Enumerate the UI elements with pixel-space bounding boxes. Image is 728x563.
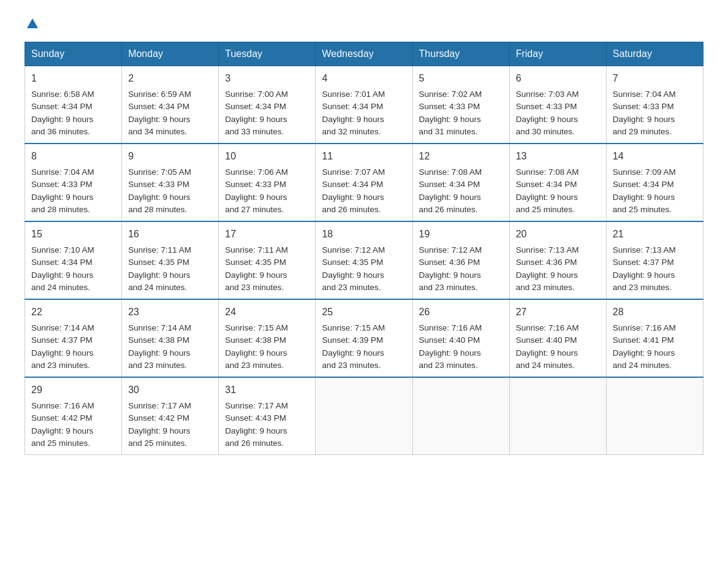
- sunrise-text: Sunrise: 7:15 AM: [225, 323, 288, 332]
- calendar-day-cell: 8 Sunrise: 7:04 AM Sunset: 4:33 PM Dayli…: [25, 144, 122, 221]
- sunset-text: Sunset: 4:34 PM: [322, 102, 383, 111]
- calendar-day-cell: 12 Sunrise: 7:08 AM Sunset: 4:34 PM Dayl…: [412, 144, 509, 221]
- daylight-minutes-text: and 23 minutes.: [322, 283, 381, 292]
- day-number: 2: [128, 71, 212, 86]
- calendar-day-cell: 15 Sunrise: 7:10 AM Sunset: 4:34 PM Dayl…: [25, 221, 122, 299]
- sunset-text: Sunset: 4:36 PM: [516, 258, 577, 267]
- calendar-day-cell: 28 Sunrise: 7:16 AM Sunset: 4:41 PM Dayl…: [606, 299, 703, 377]
- sunrise-text: Sunrise: 7:06 AM: [225, 167, 288, 177]
- calendar-day-cell: 7 Sunrise: 7:04 AM Sunset: 4:33 PM Dayli…: [606, 66, 703, 144]
- sunrise-text: Sunrise: 7:16 AM: [613, 323, 676, 332]
- daylight-text: Daylight: 9 hours: [225, 348, 287, 358]
- sunrise-text: Sunrise: 6:58 AM: [31, 90, 94, 99]
- daylight-text: Daylight: 9 hours: [225, 426, 287, 435]
- calendar-day-cell: 21 Sunrise: 7:13 AM Sunset: 4:37 PM Dayl…: [606, 221, 703, 299]
- calendar-day-cell: 18 Sunrise: 7:12 AM Sunset: 4:35 PM Dayl…: [316, 221, 412, 299]
- daylight-minutes-text: and 34 minutes.: [128, 127, 187, 136]
- sunset-text: Sunset: 4:34 PM: [128, 102, 189, 111]
- logo-line1: [25, 18, 38, 29]
- daylight-minutes-text: and 26 minutes.: [322, 205, 381, 214]
- weekday-header-wednesday: Wednesday: [316, 42, 412, 66]
- daylight-text: Daylight: 9 hours: [225, 270, 287, 280]
- daylight-minutes-text: and 36 minutes.: [31, 127, 90, 136]
- sunrise-text: Sunrise: 6:59 AM: [128, 90, 191, 99]
- calendar-day-cell: 9 Sunrise: 7:05 AM Sunset: 4:33 PM Dayli…: [122, 144, 219, 221]
- daylight-text: Daylight: 9 hours: [322, 115, 384, 124]
- sunrise-text: Sunrise: 7:10 AM: [31, 245, 94, 255]
- calendar-day-cell: 20 Sunrise: 7:13 AM Sunset: 4:36 PM Dayl…: [509, 221, 606, 299]
- sunset-text: Sunset: 4:40 PM: [419, 335, 480, 345]
- daylight-text: Daylight: 9 hours: [322, 270, 384, 280]
- daylight-minutes-text: and 25 minutes.: [613, 205, 672, 214]
- sunrise-text: Sunrise: 7:15 AM: [322, 323, 385, 332]
- calendar-day-cell: 4 Sunrise: 7:01 AM Sunset: 4:34 PM Dayli…: [316, 66, 412, 144]
- calendar-table: SundayMondayTuesdayWednesdayThursdayFrid…: [25, 42, 703, 455]
- daylight-minutes-text: and 24 minutes.: [613, 361, 672, 370]
- sunrise-text: Sunrise: 7:16 AM: [516, 323, 579, 332]
- calendar-day-cell: [606, 377, 703, 455]
- calendar-day-cell: 22 Sunrise: 7:14 AM Sunset: 4:37 PM Dayl…: [25, 299, 122, 377]
- daylight-minutes-text: and 26 minutes.: [225, 439, 284, 448]
- sunset-text: Sunset: 4:34 PM: [419, 180, 480, 189]
- weekday-header-sunday: Sunday: [25, 42, 122, 66]
- sunrise-text: Sunrise: 7:13 AM: [516, 245, 579, 255]
- sunset-text: Sunset: 4:40 PM: [516, 335, 577, 345]
- sunset-text: Sunset: 4:42 PM: [31, 413, 93, 423]
- sunrise-text: Sunrise: 7:03 AM: [516, 90, 579, 99]
- logo-triangle-icon: [27, 18, 38, 28]
- daylight-minutes-text: and 23 minutes.: [225, 283, 284, 292]
- sunset-text: Sunset: 4:42 PM: [128, 413, 189, 423]
- calendar-day-cell: 30 Sunrise: 7:17 AM Sunset: 4:42 PM Dayl…: [122, 377, 219, 455]
- day-number: 26: [419, 305, 503, 320]
- sunset-text: Sunset: 4:33 PM: [225, 180, 286, 189]
- sunset-text: Sunset: 4:43 PM: [225, 413, 286, 423]
- calendar-day-cell: [412, 377, 509, 455]
- daylight-minutes-text: and 30 minutes.: [516, 127, 575, 136]
- sunrise-text: Sunrise: 7:12 AM: [322, 245, 385, 255]
- sunset-text: Sunset: 4:37 PM: [31, 335, 93, 345]
- sunrise-text: Sunrise: 7:14 AM: [31, 323, 94, 332]
- daylight-minutes-text: and 23 minutes.: [322, 361, 381, 370]
- daylight-minutes-text: and 33 minutes.: [225, 127, 284, 136]
- day-number: 3: [225, 71, 309, 86]
- daylight-text: Daylight: 9 hours: [516, 348, 578, 358]
- sunset-text: Sunset: 4:33 PM: [128, 180, 189, 189]
- daylight-text: Daylight: 9 hours: [225, 193, 287, 202]
- sunset-text: Sunset: 4:34 PM: [516, 180, 577, 189]
- day-number: 8: [31, 149, 115, 164]
- sunset-text: Sunset: 4:35 PM: [225, 258, 286, 267]
- daylight-text: Daylight: 9 hours: [516, 270, 578, 280]
- weekday-header-row: SundayMondayTuesdayWednesdayThursdayFrid…: [25, 42, 703, 66]
- daylight-text: Daylight: 9 hours: [225, 115, 287, 124]
- day-number: 16: [128, 227, 212, 242]
- daylight-text: Daylight: 9 hours: [128, 270, 190, 280]
- sunrise-text: Sunrise: 7:07 AM: [322, 167, 385, 177]
- daylight-text: Daylight: 9 hours: [419, 270, 481, 280]
- daylight-minutes-text: and 23 minutes.: [613, 283, 672, 292]
- daylight-text: Daylight: 9 hours: [516, 115, 578, 124]
- daylight-minutes-text: and 24 minutes.: [128, 283, 187, 292]
- day-number: 12: [419, 149, 503, 164]
- daylight-minutes-text: and 24 minutes.: [516, 361, 575, 370]
- day-number: 18: [322, 227, 406, 242]
- page-header: [25, 18, 703, 29]
- daylight-minutes-text: and 23 minutes.: [516, 283, 575, 292]
- day-number: 27: [516, 305, 600, 320]
- sunrise-text: Sunrise: 7:00 AM: [225, 90, 288, 99]
- sunset-text: Sunset: 4:34 PM: [322, 180, 383, 189]
- sunset-text: Sunset: 4:39 PM: [322, 335, 383, 345]
- day-number: 4: [322, 71, 406, 86]
- calendar-day-cell: 3 Sunrise: 7:00 AM Sunset: 4:34 PM Dayli…: [219, 66, 316, 144]
- daylight-minutes-text: and 23 minutes.: [419, 283, 478, 292]
- daylight-minutes-text: and 29 minutes.: [613, 127, 672, 136]
- daylight-text: Daylight: 9 hours: [322, 193, 384, 202]
- day-number: 30: [128, 383, 212, 397]
- calendar-week-row: 22 Sunrise: 7:14 AM Sunset: 4:37 PM Dayl…: [25, 299, 703, 377]
- sunrise-text: Sunrise: 7:17 AM: [128, 401, 191, 410]
- calendar-day-cell: [316, 377, 412, 455]
- sunset-text: Sunset: 4:33 PM: [31, 180, 93, 189]
- calendar-day-cell: 13 Sunrise: 7:08 AM Sunset: 4:34 PM Dayl…: [509, 144, 606, 221]
- daylight-text: Daylight: 9 hours: [613, 115, 675, 124]
- calendar-day-cell: 29 Sunrise: 7:16 AM Sunset: 4:42 PM Dayl…: [25, 377, 122, 455]
- sunrise-text: Sunrise: 7:01 AM: [322, 90, 385, 99]
